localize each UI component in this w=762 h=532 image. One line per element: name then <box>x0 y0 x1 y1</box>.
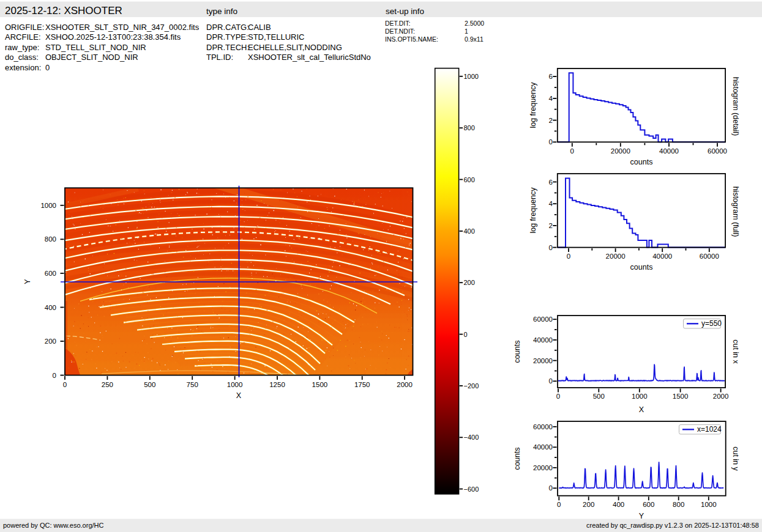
svg-text:X: X <box>639 405 644 414</box>
svg-text:x=1024: x=1024 <box>697 425 722 434</box>
svg-text:6: 6 <box>549 179 553 186</box>
svg-text:1: 1 <box>465 28 468 35</box>
svg-text:1000: 1000 <box>701 501 717 508</box>
svg-text:DET.DIT:: DET.DIT: <box>385 20 410 27</box>
svg-text:1000: 1000 <box>464 73 479 80</box>
svg-text:20000: 20000 <box>611 147 630 155</box>
svg-text:counts: counts <box>630 263 653 272</box>
svg-text:1500: 1500 <box>673 393 689 400</box>
svg-text:500: 500 <box>593 393 605 400</box>
svg-text:60000: 60000 <box>700 253 719 260</box>
svg-text:XSHOOTER_SLT_STD_NIR_347_0002.: XSHOOTER_SLT_STD_NIR_347_0002.fits <box>45 23 200 32</box>
svg-text:XSHOO.2025-12-13T00:23:38.354.: XSHOO.2025-12-13T00:23:38.354.fits <box>45 32 181 42</box>
svg-text:800: 800 <box>45 235 56 243</box>
svg-text:40000: 40000 <box>533 443 553 451</box>
svg-text:log frequency: log frequency <box>529 82 537 128</box>
svg-text:500: 500 <box>144 381 155 388</box>
svg-text:log frequency: log frequency <box>529 187 537 234</box>
svg-text:1000: 1000 <box>40 202 56 209</box>
svg-text:1750: 1750 <box>354 381 370 388</box>
svg-text:1000: 1000 <box>227 381 243 388</box>
svg-text:do_class:: do_class: <box>5 53 39 62</box>
svg-text:0.9x11: 0.9x11 <box>465 35 484 43</box>
svg-text:20000: 20000 <box>606 253 626 260</box>
svg-text:200: 200 <box>45 338 56 345</box>
svg-text:counts: counts <box>513 448 521 470</box>
svg-text:0: 0 <box>53 372 56 379</box>
svg-text:created by qc_rawdisp.py v1.2.: created by qc_rawdisp.py v1.2.3 on 2025-… <box>586 522 759 529</box>
svg-text:0: 0 <box>549 484 553 492</box>
svg-text:extension:: extension: <box>5 63 41 72</box>
svg-text:400: 400 <box>613 501 624 508</box>
svg-text:60000: 60000 <box>708 147 727 155</box>
svg-text:750: 750 <box>187 381 198 388</box>
svg-text:0: 0 <box>464 331 468 338</box>
svg-text:2025-12-12: XSHOOTER: 2025-12-12: XSHOOTER <box>5 5 122 17</box>
svg-text:200: 200 <box>464 279 475 286</box>
svg-text:XSHOOTER_slt_cal_TelluricStdNo: XSHOOTER_slt_cal_TelluricStdNo <box>248 53 371 62</box>
svg-text:40000: 40000 <box>533 336 553 344</box>
svg-text:cut in y: cut in y <box>731 446 740 471</box>
svg-text:400: 400 <box>45 304 56 311</box>
svg-text:4: 4 <box>549 95 553 102</box>
svg-text:0: 0 <box>549 244 553 251</box>
svg-text:250: 250 <box>102 381 113 388</box>
svg-text:ECHELLE,SLIT,NODDING: ECHELLE,SLIT,NODDING <box>248 43 342 52</box>
svg-text:0: 0 <box>45 63 50 72</box>
svg-text:counts: counts <box>513 341 521 363</box>
svg-text:0: 0 <box>556 393 560 400</box>
svg-text:600: 600 <box>643 501 654 508</box>
svg-text:INS.OPTI5.NAME:: INS.OPTI5.NAME: <box>385 35 438 43</box>
svg-text:600: 600 <box>45 270 56 277</box>
svg-text:2: 2 <box>549 222 553 229</box>
svg-text:6: 6 <box>549 73 553 80</box>
svg-text:STD,TELLURIC: STD,TELLURIC <box>248 32 304 42</box>
svg-text:2000: 2000 <box>713 393 729 400</box>
svg-text:set-up info: set-up info <box>386 7 424 16</box>
svg-text:400: 400 <box>464 227 475 235</box>
svg-text:OBJECT_SLIT_NOD_NIR: OBJECT_SLIT_NOD_NIR <box>45 53 138 62</box>
svg-text:2.5000: 2.5000 <box>465 20 484 27</box>
svg-text:DPR.TECH:: DPR.TECH: <box>206 43 249 52</box>
svg-text:STD_TELL_SLIT_NOD_NIR: STD_TELL_SLIT_NOD_NIR <box>45 43 146 52</box>
svg-text:histogram (detail): histogram (detail) <box>731 77 740 136</box>
svg-text:20000: 20000 <box>533 464 553 471</box>
svg-text:0: 0 <box>63 381 67 388</box>
svg-text:histogram (full): histogram (full) <box>731 187 740 237</box>
svg-text:CALIB: CALIB <box>248 23 271 32</box>
svg-text:0: 0 <box>557 501 561 508</box>
svg-text:ARCFILE:: ARCFILE: <box>5 32 41 42</box>
svg-text:Y: Y <box>23 279 32 284</box>
svg-text:0: 0 <box>549 138 553 146</box>
svg-text:y=550: y=550 <box>701 319 722 328</box>
svg-text:800: 800 <box>464 124 475 131</box>
svg-text:ORIGFILE:: ORIGFILE: <box>5 23 44 32</box>
svg-text:0: 0 <box>570 147 574 155</box>
svg-text:2: 2 <box>549 117 553 124</box>
svg-text:0: 0 <box>549 377 553 385</box>
svg-text:60000: 60000 <box>533 423 553 430</box>
svg-text:2000: 2000 <box>397 381 413 388</box>
svg-text:1500: 1500 <box>312 381 328 388</box>
svg-text:20000: 20000 <box>533 357 553 364</box>
svg-text:−200: −200 <box>464 382 479 390</box>
svg-text:X: X <box>236 391 242 400</box>
svg-text:40000: 40000 <box>652 253 672 260</box>
svg-text:0: 0 <box>567 253 570 260</box>
svg-text:200: 200 <box>583 501 594 508</box>
svg-text:60000: 60000 <box>533 316 553 323</box>
svg-text:DPR.CATG:: DPR.CATG: <box>206 23 249 32</box>
svg-text:DET.NDIT:: DET.NDIT: <box>385 28 415 35</box>
svg-text:cut in x: cut in x <box>731 339 740 364</box>
svg-text:1250: 1250 <box>269 381 285 388</box>
svg-text:counts: counts <box>630 158 653 166</box>
svg-text:DPR.TYPE:: DPR.TYPE: <box>206 32 248 42</box>
svg-text:type info: type info <box>206 7 237 16</box>
svg-text:600: 600 <box>464 176 475 183</box>
svg-text:1000: 1000 <box>632 393 648 400</box>
svg-text:Y: Y <box>639 512 644 520</box>
svg-text:40000: 40000 <box>659 147 679 155</box>
svg-text:powered by QC: www.eso.org/HC: powered by QC: www.eso.org/HC <box>3 522 104 529</box>
svg-text:4: 4 <box>549 200 553 207</box>
svg-text:−400: −400 <box>464 434 479 441</box>
